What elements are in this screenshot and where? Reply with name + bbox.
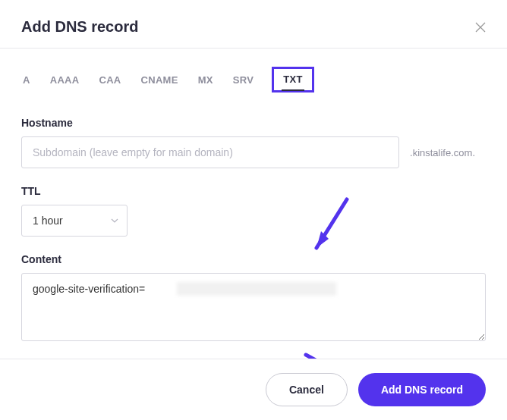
tab-srv[interactable]: SRV [231, 70, 255, 90]
tab-mx[interactable]: MX [197, 70, 215, 90]
tab-aaaa[interactable]: AAAA [49, 70, 81, 90]
hostname-input[interactable] [21, 136, 399, 168]
content-textarea[interactable] [21, 273, 486, 341]
tab-a[interactable]: A [21, 70, 32, 90]
tab-caa[interactable]: CAA [97, 70, 122, 90]
tab-txt[interactable]: TXT [282, 69, 304, 91]
modal-body: A AAAA CAA CNAME MX SRV TXT Hostname .ki… [0, 49, 507, 344]
hostname-label: Hostname [21, 117, 486, 129]
hostname-row: .kinstalife.com. [21, 136, 486, 168]
hostname-field: Hostname .kinstalife.com. [21, 117, 486, 168]
ttl-field: TTL 1 hour [21, 185, 486, 237]
submit-button[interactable]: Add DNS record [358, 373, 486, 406]
content-box [21, 273, 486, 344]
content-field: Content [21, 253, 486, 344]
ttl-select[interactable]: 1 hour [21, 205, 128, 237]
ttl-label: TTL [21, 185, 486, 197]
tab-highlight: TXT [272, 67, 313, 92]
close-icon[interactable] [475, 22, 486, 33]
modal-title: Add DNS record [21, 18, 138, 36]
tab-cname[interactable]: CNAME [140, 70, 180, 90]
modal-header: Add DNS record [0, 0, 507, 48]
record-type-tabs: A AAAA CAA CNAME MX SRV TXT [21, 49, 486, 100]
modal-footer: Cancel Add DNS record [0, 359, 507, 420]
content-label: Content [21, 253, 486, 265]
ttl-select-wrap: 1 hour [21, 205, 128, 237]
domain-suffix: .kinstalife.com. [399, 136, 486, 168]
cancel-button[interactable]: Cancel [266, 373, 348, 406]
